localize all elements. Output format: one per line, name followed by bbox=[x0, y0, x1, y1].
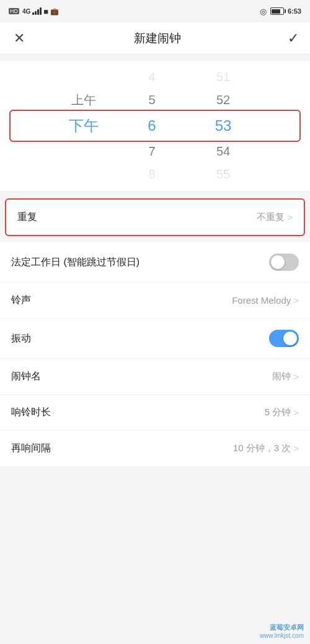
alarm-name-row[interactable]: 闹钟名 闹钟 > bbox=[0, 359, 310, 395]
status-right: ◎ 6:53 bbox=[260, 7, 301, 16]
hd-badge: HD bbox=[9, 8, 19, 14]
alarm-name-chevron: > bbox=[293, 371, 299, 382]
settings-section: 重复 不重复 > 法定工作日 (智能跳过节假日) 铃声 Forest Melod… bbox=[0, 198, 310, 467]
duration-value-container: 5 分钟 > bbox=[265, 407, 299, 418]
alarm-name-value-container: 闹钟 > bbox=[272, 371, 299, 382]
snooze-value: 10 分钟，3 次 bbox=[233, 443, 291, 454]
vibrate-toggle[interactable] bbox=[269, 330, 299, 347]
ringtone-label: 铃声 bbox=[11, 294, 31, 307]
duration-chevron: > bbox=[293, 407, 299, 418]
duration-value: 5 分钟 bbox=[265, 407, 291, 418]
watermark-line1: 蓝莓安卓网 bbox=[270, 623, 304, 632]
snooze-label: 再响间隔 bbox=[11, 442, 51, 455]
signal-4g: 4G bbox=[22, 8, 30, 15]
ringtone-value-container: Forest Melody > bbox=[232, 295, 299, 306]
confirm-button[interactable]: ✓ bbox=[288, 30, 299, 46]
duration-row[interactable]: 响铃时长 5 分钟 > bbox=[0, 395, 310, 431]
hour-column[interactable]: 4 5 6 7 8 bbox=[121, 66, 183, 186]
duration-label: 响铃时长 bbox=[11, 406, 51, 419]
minute-item-52: 52 bbox=[183, 89, 264, 112]
workday-row[interactable]: 法定工作日 (智能跳过节假日) bbox=[0, 242, 310, 283]
time-picker[interactable]: 上午 下午 4 5 6 7 8 51 52 53 54 55 bbox=[0, 61, 310, 191]
minute-item-selected: 53 bbox=[183, 112, 264, 140]
ringtone-chevron: > bbox=[293, 295, 299, 306]
snooze-chevron: > bbox=[293, 443, 299, 454]
minute-column[interactable]: 51 52 53 54 55 bbox=[183, 66, 264, 186]
wifi-icon: ■ bbox=[43, 7, 48, 16]
ringtone-value: Forest Melody bbox=[232, 295, 291, 306]
repeat-label: 重复 bbox=[17, 211, 37, 224]
signal-icon bbox=[32, 7, 42, 15]
clock-display: 6:53 bbox=[288, 7, 301, 15]
location-icon: ◎ bbox=[260, 7, 267, 16]
ampm-item-3 bbox=[46, 140, 121, 163]
workday-label: 法定工作日 (智能跳过节假日) bbox=[11, 256, 140, 269]
watermark-line2: www.lmkjst.com bbox=[260, 632, 304, 639]
ringtone-row[interactable]: 铃声 Forest Melody > bbox=[0, 283, 310, 319]
alarm-name-label: 闹钟名 bbox=[11, 370, 41, 383]
vibrate-toggle-thumb bbox=[283, 332, 297, 345]
status-bar: HD 4G ■ 💼 ◎ 6:53 bbox=[0, 0, 310, 22]
ampm-item-morning: 上午 bbox=[46, 89, 121, 112]
hour-item-bottom: 8 bbox=[121, 163, 183, 186]
battery-icon bbox=[270, 7, 284, 15]
alarm-name-value: 闹钟 bbox=[272, 371, 291, 382]
repeat-row[interactable]: 重复 不重复 > bbox=[5, 198, 305, 236]
hour-item-selected: 6 bbox=[121, 112, 183, 140]
ampm-item-afternoon: 下午 bbox=[46, 112, 121, 140]
repeat-value-container: 不重复 > bbox=[257, 211, 293, 223]
vibrate-label: 振动 bbox=[11, 332, 31, 345]
watermark: 蓝莓安卓网 www.lmkjst.com bbox=[260, 623, 304, 639]
hour-item-5: 5 bbox=[121, 89, 183, 112]
minute-item-54: 54 bbox=[183, 140, 264, 163]
ampm-item-4 bbox=[46, 163, 121, 186]
vibrate-row[interactable]: 振动 bbox=[0, 319, 310, 359]
workday-toggle-thumb bbox=[271, 255, 285, 269]
hour-item-top: 4 bbox=[121, 66, 183, 89]
ampm-item-0 bbox=[46, 66, 121, 89]
snooze-value-container: 10 分钟，3 次 > bbox=[233, 443, 299, 454]
minute-item-top: 51 bbox=[183, 66, 264, 89]
snooze-row[interactable]: 再响间隔 10 分钟，3 次 > bbox=[0, 431, 310, 467]
picker-columns: 上午 下午 4 5 6 7 8 51 52 53 54 55 bbox=[0, 66, 310, 186]
bag-icon: 💼 bbox=[50, 7, 59, 15]
repeat-chevron: > bbox=[287, 212, 293, 223]
ampm-column[interactable]: 上午 下午 bbox=[46, 66, 121, 186]
minute-item-bottom: 55 bbox=[183, 163, 264, 186]
workday-toggle[interactable] bbox=[269, 254, 299, 271]
hour-item-7: 7 bbox=[121, 140, 183, 163]
status-left: HD 4G ■ 💼 bbox=[9, 7, 59, 16]
page-title: 新建闹钟 bbox=[134, 30, 181, 46]
repeat-value: 不重复 bbox=[257, 211, 285, 223]
nav-bar: ✕ 新建闹钟 ✓ bbox=[0, 22, 310, 55]
close-button[interactable]: ✕ bbox=[11, 28, 27, 49]
